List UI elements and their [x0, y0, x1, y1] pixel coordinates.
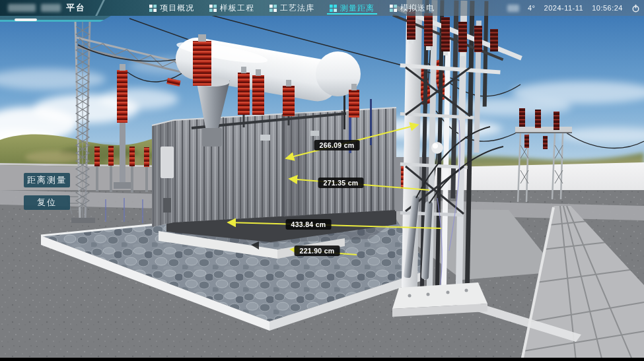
header-divider [95, 0, 105, 16]
distance-measure-button[interactable]: 距离测量 [24, 173, 70, 187]
date: 2024-11-11 [544, 4, 584, 12]
logo-underline [15, 18, 37, 21]
tab-measure-distance[interactable]: 测量距离 [330, 0, 375, 16]
app-logo: 平台 [8, 0, 86, 16]
grid-icon [269, 5, 277, 12]
measurement-label: 271.35 cm [318, 178, 364, 188]
tab-project-overview[interactable]: 项目概况 [149, 0, 194, 16]
top-bar: 平台 项目概况 样板工程 工艺法库 [0, 0, 644, 16]
tab-simulate-power[interactable]: 模拟送电 [390, 0, 435, 16]
redacted-title-prefix [41, 4, 61, 12]
grid-icon [209, 5, 217, 12]
power-icon[interactable] [631, 4, 640, 13]
measurement-label: 266.09 cm [314, 140, 360, 150]
weather-icon [507, 5, 519, 12]
main-nav: 项目概况 样板工程 工艺法库 测量距离 [149, 0, 435, 16]
tab-label: 模拟送电 [400, 3, 435, 14]
measurement-label: 433.84 cm [286, 219, 332, 230]
grid-icon [149, 5, 157, 12]
tab-label: 项目概况 [160, 3, 194, 14]
tab-label: 测量距离 [340, 3, 375, 14]
temperature: 4° [528, 4, 536, 12]
tab-label: 样板工程 [220, 3, 254, 14]
page-title: 平台 [66, 2, 86, 14]
tool-panel: 距离测量 复位 [24, 173, 70, 210]
tab-model-project[interactable]: 样板工程 [209, 0, 254, 16]
reset-button[interactable]: 复位 [24, 195, 70, 210]
redacted-logo [8, 4, 36, 12]
grid-icon [330, 5, 337, 12]
tab-process-library[interactable]: 工艺法库 [269, 0, 314, 16]
clock: 10:56:24 [592, 4, 623, 12]
grid-icon [390, 5, 397, 12]
measurement-label: 221.90 cm [295, 246, 340, 256]
status-area: 4° 2024-11-11 10:56:24 [507, 0, 640, 16]
app-window: 266.09 cm 271.35 cm 433.84 cm 221.90 cm … [0, 0, 644, 361]
tab-label: 工艺法库 [280, 3, 314, 14]
bottom-letterbox [0, 358, 644, 361]
